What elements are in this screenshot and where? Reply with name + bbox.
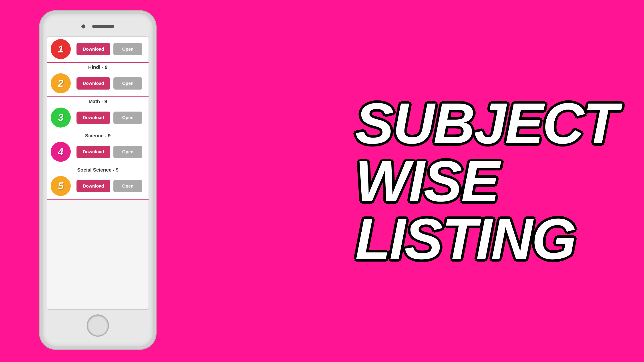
download-button-1[interactable]: Download — [76, 43, 110, 55]
subject-label-4: Science - 9 — [47, 131, 148, 140]
list-item: Science - 9 4 Download Open — [47, 131, 148, 165]
phone: 1 Download Open Hindi - 9 2 Download — [40, 11, 156, 349]
open-button-1[interactable]: Open — [114, 43, 142, 55]
subject-buttons: Download Open — [74, 77, 145, 89]
hero-line-1: SUBJECT — [355, 94, 617, 152]
subject-label-2: Hindi - 9 — [47, 63, 148, 71]
subject-row: 1 Download Open — [47, 37, 148, 62]
phone-screen: 1 Download Open Hindi - 9 2 Download — [47, 36, 149, 310]
open-button-2[interactable]: Open — [114, 77, 142, 89]
subject-row: 4 Download Open — [47, 140, 148, 165]
subject-icon-4: 4 — [51, 142, 71, 162]
list-item: Math - 9 3 Download Open — [47, 97, 148, 131]
subject-icon-1: 1 — [51, 39, 71, 59]
download-button-3[interactable]: Download — [76, 112, 110, 124]
subject-icon-3: 3 — [51, 108, 71, 128]
phone-bottom — [43, 310, 152, 346]
subject-icon-5: 5 — [51, 176, 71, 196]
open-button-4[interactable]: Open — [114, 146, 142, 158]
hero-text-container: SUBJECT WISE LISTING — [355, 94, 617, 268]
phone-top-bar — [43, 14, 152, 36]
download-button-4[interactable]: Download — [76, 146, 110, 158]
phone-speaker — [92, 25, 114, 28]
list-item: 1 Download Open — [47, 37, 148, 63]
subject-label-3: Math - 9 — [47, 97, 148, 105]
subject-icon-2: 2 — [51, 73, 71, 93]
download-button-5[interactable]: Download — [76, 180, 110, 192]
open-button-3[interactable]: Open — [114, 112, 142, 124]
list-item: Social Science - 9 5 Download Open — [47, 165, 148, 200]
subject-row: 3 Download Open — [47, 105, 148, 131]
home-button[interactable] — [87, 315, 109, 337]
open-button-5[interactable]: Open — [114, 180, 142, 192]
subject-buttons: Download Open — [74, 112, 145, 124]
subject-row: 5 Download Open — [47, 174, 148, 199]
phone-wrapper: 1 Download Open Hindi - 9 2 Download — [36, 4, 160, 356]
phone-camera — [82, 24, 86, 28]
subject-buttons: Download Open — [74, 146, 145, 158]
subject-list: 1 Download Open Hindi - 9 2 Download — [47, 37, 148, 309]
subject-row: 2 Download Open — [47, 71, 148, 96]
subject-label-5: Social Science - 9 — [47, 165, 148, 174]
list-item: Hindi - 9 2 Download Open — [47, 63, 148, 97]
subject-buttons: Download Open — [74, 180, 145, 192]
hero-line-2: WISE — [355, 152, 498, 210]
hero-line-3: LISTING — [355, 210, 576, 268]
download-button-2[interactable]: Download — [76, 77, 110, 89]
subject-buttons: Download Open — [74, 43, 145, 55]
